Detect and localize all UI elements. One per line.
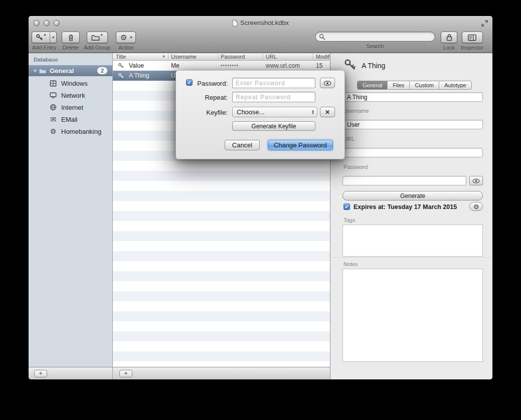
reveal-password-button[interactable] (320, 78, 335, 88)
delete-button[interactable] (62, 32, 80, 43)
reveal-password-button[interactable] (469, 176, 483, 185)
expiry-gear-button[interactable]: ⚙ (469, 202, 483, 211)
disclosure-triangle-icon[interactable]: ▼ (32, 69, 39, 73)
title-field[interactable] (342, 92, 483, 102)
add-entry-button[interactable]: + ▾ (32, 32, 57, 43)
inspector-label: Inspector (461, 45, 483, 51)
tab-general[interactable]: General (358, 81, 388, 89)
app-window: Screenshot.kdbx + ▾ Add Entry (29, 16, 492, 379)
tags-textarea[interactable] (342, 225, 483, 257)
column-divider[interactable] (218, 54, 218, 60)
keyfile-popup[interactable]: Choose... ▲ ▼ (232, 107, 317, 117)
password-label: Password: (197, 80, 228, 87)
repeat-label: Repeat: (205, 94, 228, 101)
keyfile-popup-value: Choose... (237, 108, 265, 116)
cell-password: •••••••• (221, 61, 239, 71)
sidebar-section-header: Database (34, 57, 58, 63)
cancel-button[interactable]: Cancel (225, 140, 260, 150)
eye-icon (472, 178, 480, 183)
sidebar-item-label: Internet (61, 104, 83, 111)
tab-autotype[interactable]: Autotype (439, 81, 471, 89)
delete-label: Delete (63, 45, 79, 51)
list-footer: + (113, 367, 330, 379)
gear-icon: ⚙ (120, 34, 127, 41)
arrow-down-icon: ▼ (311, 112, 314, 115)
gear-icon: ⚙ (473, 203, 479, 210)
action-label: Action (118, 45, 134, 51)
add-entry-footer-button[interactable]: + (119, 370, 132, 377)
check-icon: ✓ (344, 204, 349, 209)
repeat-password-input[interactable] (232, 92, 315, 102)
column-header-title[interactable]: Title (116, 53, 126, 60)
sidebar-item-email[interactable]: ✉ EMail (29, 113, 112, 125)
entry-list-header: Title ▼ Username Password URL Modified (113, 53, 330, 61)
window-title: Screenshot.kdbx (240, 19, 289, 27)
popup-arrows-icon: ▲ ▼ (311, 110, 314, 115)
sidebar-item-homebanking[interactable]: ⚙ Homebanking (29, 125, 112, 137)
chevron-down-icon[interactable]: ▾ (50, 32, 56, 43)
generate-password-button[interactable]: Generate (342, 191, 483, 200)
column-header-password[interactable]: Password (221, 53, 245, 60)
add-group-footer-button[interactable]: + (34, 370, 47, 377)
expires-checkbox[interactable]: ✓ (343, 203, 350, 210)
action-group: ⚙ ▾ Action (116, 32, 136, 51)
sidebar-group-general[interactable]: ▼ General 2 (29, 65, 112, 76)
sidebar-item-network[interactable]: Network (29, 89, 112, 101)
column-divider[interactable] (263, 54, 263, 60)
new-password-input[interactable] (232, 78, 315, 88)
chevron-down-icon: ▾ (129, 32, 135, 43)
window-chrome: Screenshot.kdbx + ▾ Add Entry (29, 16, 492, 53)
clear-keyfile-button[interactable]: ✕ (320, 107, 335, 117)
tab-files[interactable]: Files (388, 81, 410, 89)
sidebar-item-windows[interactable]: Windows (29, 77, 112, 89)
inspector-panel: A Thing General Files Custom Autotype Us… (330, 53, 492, 379)
search-field[interactable] (315, 32, 435, 42)
inspector-divider (330, 258, 492, 258)
url-field[interactable] (342, 148, 483, 157)
sort-indicator-icon: ▼ (162, 55, 165, 58)
add-group-button[interactable]: + (87, 32, 108, 43)
lock-button[interactable] (441, 32, 457, 43)
column-divider[interactable] (313, 54, 313, 60)
lock-label: Lock (443, 45, 455, 51)
username-label: Username (343, 108, 369, 114)
trash-icon (68, 34, 74, 42)
column-header-username[interactable]: Username (171, 53, 197, 60)
password-checkbox[interactable]: ✓ (186, 79, 193, 86)
check-icon: ✓ (187, 80, 191, 85)
inspector-panel-icon (468, 34, 476, 41)
fullscreen-icon[interactable] (481, 20, 488, 27)
entry-row-value[interactable]: Value Me •••••••• www.url.com 15 (113, 61, 330, 71)
inspector-button[interactable] (462, 32, 483, 43)
tab-custom[interactable]: Custom (410, 81, 439, 89)
search-input[interactable] (327, 33, 431, 40)
add-group-group: + Add Group (84, 32, 110, 51)
sidebar-item-label: Homebanking (61, 128, 101, 135)
change-password-dialog: ✓ Password: Repeat: Keyfile: Choose... ▲… (176, 70, 345, 159)
inspector-tabs: General Files Custom Autotype (357, 81, 472, 90)
display-icon (49, 92, 57, 99)
column-divider[interactable] (168, 54, 168, 60)
lock-icon (446, 34, 452, 41)
column-header-modified[interactable]: Modified (316, 53, 330, 60)
folder-plus-icon (91, 34, 100, 41)
sidebar-item-label: Network (61, 92, 85, 99)
notes-textarea[interactable] (342, 269, 483, 362)
username-field[interactable] (342, 120, 483, 129)
change-password-button[interactable]: Change Password (268, 140, 333, 150)
cell-username: Me (171, 61, 180, 71)
sidebar-item-internet[interactable]: Internet (29, 101, 112, 113)
document-icon (232, 20, 238, 27)
eye-icon (323, 81, 331, 86)
expires-label: Expires at: Tuesday 17 March 2015 (354, 203, 457, 211)
key-icon (118, 63, 124, 69)
entry-count-badge: 2 (97, 67, 107, 74)
action-button[interactable]: ⚙ ▾ (116, 32, 136, 43)
delete-group: Delete (62, 32, 80, 51)
generate-keyfile-button[interactable]: Generate Keyfile (232, 121, 315, 131)
desktop-background: Screenshot.kdbx + ▾ Add Entry (0, 0, 521, 420)
column-header-url[interactable]: URL (266, 53, 277, 60)
url-label: URL (343, 136, 355, 142)
key-icon (118, 73, 124, 79)
password-field[interactable] (342, 176, 466, 185)
